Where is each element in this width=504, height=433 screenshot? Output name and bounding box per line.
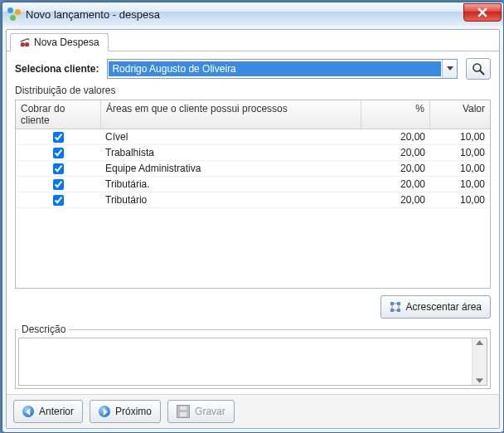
cell-value: 10,00: [430, 177, 490, 192]
cell-value: 10,00: [430, 192, 490, 207]
col-header-charge[interactable]: Cobrar do cliente: [16, 100, 101, 129]
cell-value: 10,00: [430, 129, 490, 144]
tabstrip: Nova Despesa: [7, 30, 499, 51]
col-header-value[interactable]: Valor: [430, 100, 490, 129]
svg-point-0: [21, 42, 25, 46]
cell-value: 10,00: [430, 145, 490, 160]
table-row[interactable]: Cível20,0010,00: [16, 129, 490, 145]
search-button[interactable]: [466, 58, 491, 80]
window: Novo lançamento - despesa Nova Despesa S…: [2, 2, 504, 433]
charge-checkbox[interactable]: [53, 195, 64, 206]
svg-point-1: [25, 42, 29, 46]
save-icon: [177, 405, 190, 418]
client-selected: Rodrigo Augusto de Oliveira: [109, 61, 441, 76]
charge-checkbox[interactable]: [53, 132, 64, 143]
col-header-pct[interactable]: %: [361, 100, 430, 129]
add-area-row: Acrescentar área: [15, 292, 491, 319]
charge-checkbox[interactable]: [53, 148, 64, 158]
arrow-right-icon: [99, 406, 110, 417]
client-label: Seleciona cliente:: [15, 63, 99, 75]
prev-label: Anterior: [39, 406, 74, 417]
add-area-button[interactable]: Acrescentar área: [380, 295, 491, 319]
svg-rect-5: [390, 309, 394, 312]
client-row: Seleciona cliente: Rodrigo Augusto de Ol…: [15, 58, 491, 80]
cell-charge: [16, 129, 100, 144]
description-field-wrap: [18, 338, 487, 386]
client-combobox[interactable]: Rodrigo Augusto de Oliveira: [107, 59, 458, 79]
cell-pct: 20,00: [362, 161, 430, 176]
next-label: Próximo: [115, 406, 152, 417]
cell-charge: [16, 145, 100, 160]
cell-area: Tributária.: [100, 177, 362, 192]
arrow-left-icon: [22, 406, 34, 417]
cell-pct: 20,00: [362, 192, 430, 207]
cell-pct: 20,00: [362, 177, 430, 192]
client-dropdown-button[interactable]: [442, 60, 457, 78]
table-header: Cobrar do cliente Áreas em que o cliente…: [16, 100, 490, 129]
svg-rect-4: [397, 302, 400, 305]
cell-pct: 20,00: [362, 145, 430, 160]
close-button[interactable]: [463, 3, 502, 22]
tab-label: Nova Despesa: [34, 36, 99, 48]
svg-rect-6: [397, 309, 400, 312]
description-legend: Descrição: [18, 324, 69, 335]
cell-area: Tributário: [100, 192, 362, 207]
cell-area: Equipe Administrativa: [100, 161, 362, 176]
scroll-down-icon: [476, 377, 483, 385]
prev-button[interactable]: Anterior: [13, 400, 83, 423]
app-icon: [7, 7, 21, 21]
next-button[interactable]: Próximo: [90, 400, 161, 423]
add-area-icon: [390, 301, 401, 313]
table-row[interactable]: Tributário20,0010,00: [16, 192, 490, 208]
tab-nova-despesa[interactable]: Nova Despesa: [10, 33, 109, 51]
footer-toolbar: Anterior Próximo Gravar: [7, 394, 499, 428]
description-group: Descrição: [15, 324, 491, 389]
close-icon: [477, 7, 487, 17]
cell-value: 10,00: [430, 161, 490, 176]
expense-icon: [19, 36, 31, 48]
table-body: Cível20,0010,00Trabalhista20,0010,00Equi…: [16, 129, 490, 288]
save-label: Gravar: [195, 406, 225, 417]
distribution-title: Distribuição de valores: [15, 85, 491, 96]
chevron-down-icon: [447, 66, 453, 71]
col-header-area[interactable]: Áreas em que o cliente possui processos: [101, 100, 361, 129]
save-button[interactable]: Gravar: [167, 400, 235, 423]
cell-area: Trabalhista: [100, 145, 362, 160]
charge-checkbox[interactable]: [53, 163, 64, 174]
cell-charge: [16, 192, 100, 207]
client-area: Nova Despesa Seleciona cliente: Rodrigo …: [6, 29, 500, 429]
cell-charge: [16, 161, 100, 176]
description-scrollbar[interactable]: [472, 338, 487, 385]
table-row[interactable]: Tributária.20,0010,00: [16, 177, 490, 192]
titlebar: Novo lançamento - despesa: [2, 2, 503, 26]
window-title: Novo lançamento - despesa: [26, 8, 463, 21]
search-icon: [472, 62, 485, 75]
table-row[interactable]: Equipe Administrativa20,0010,00: [16, 161, 490, 177]
cell-pct: 20,00: [362, 129, 430, 144]
cell-charge: [16, 177, 100, 192]
table-row[interactable]: Trabalhista20,0010,00: [16, 145, 490, 161]
scroll-up-icon: [476, 338, 483, 346]
content: Seleciona cliente: Rodrigo Augusto de Ol…: [7, 51, 499, 394]
distribution-table: Cobrar do cliente Áreas em que o cliente…: [15, 100, 491, 289]
svg-rect-3: [390, 302, 394, 305]
cell-area: Cível: [100, 129, 362, 144]
charge-checkbox[interactable]: [53, 179, 64, 190]
add-area-label: Acrescentar área: [406, 301, 482, 313]
description-textarea[interactable]: [19, 338, 472, 385]
